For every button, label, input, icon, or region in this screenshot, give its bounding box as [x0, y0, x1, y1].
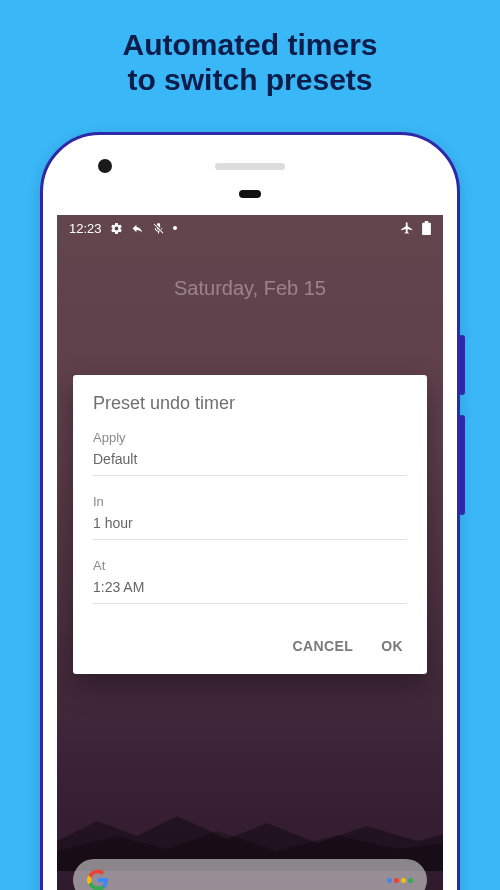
front-camera	[98, 159, 112, 173]
phone-frame: 12:23 Saturday,	[40, 132, 460, 890]
mic-off-icon	[152, 222, 165, 235]
gear-icon	[110, 222, 123, 235]
field-in[interactable]: In 1 hour	[93, 494, 407, 540]
field-label: At	[93, 558, 407, 573]
preset-undo-timer-dialog: Preset undo timer Apply Default In 1 hou…	[73, 375, 427, 674]
field-value: 1:23 AM	[93, 579, 407, 604]
sensor	[239, 190, 261, 198]
phone-side-button	[459, 335, 465, 395]
earpiece	[215, 163, 285, 170]
dialog-actions: CANCEL OK	[93, 622, 407, 664]
marketing-headline: Automated timersto switch presets	[0, 0, 500, 121]
reply-icon	[131, 222, 144, 235]
field-label: In	[93, 494, 407, 509]
phone-side-button	[459, 415, 465, 515]
ok-button[interactable]: OK	[381, 638, 403, 654]
battery-icon	[422, 221, 431, 235]
dot-icon	[173, 226, 177, 230]
status-time: 12:23	[69, 221, 102, 236]
google-search-bar[interactable]	[73, 859, 427, 890]
status-bar: 12:23	[57, 215, 443, 241]
screen: 12:23 Saturday,	[57, 215, 443, 890]
field-label: Apply	[93, 430, 407, 445]
field-apply[interactable]: Apply Default	[93, 430, 407, 476]
field-at[interactable]: At 1:23 AM	[93, 558, 407, 604]
field-value: Default	[93, 451, 407, 476]
dialog-title: Preset undo timer	[93, 393, 407, 414]
field-value: 1 hour	[93, 515, 407, 540]
assistant-icon	[387, 878, 413, 883]
airplane-icon	[400, 221, 414, 235]
cancel-button[interactable]: CANCEL	[292, 638, 353, 654]
google-g-icon	[87, 869, 109, 890]
wallpaper-date: Saturday, Feb 15	[57, 277, 443, 300]
